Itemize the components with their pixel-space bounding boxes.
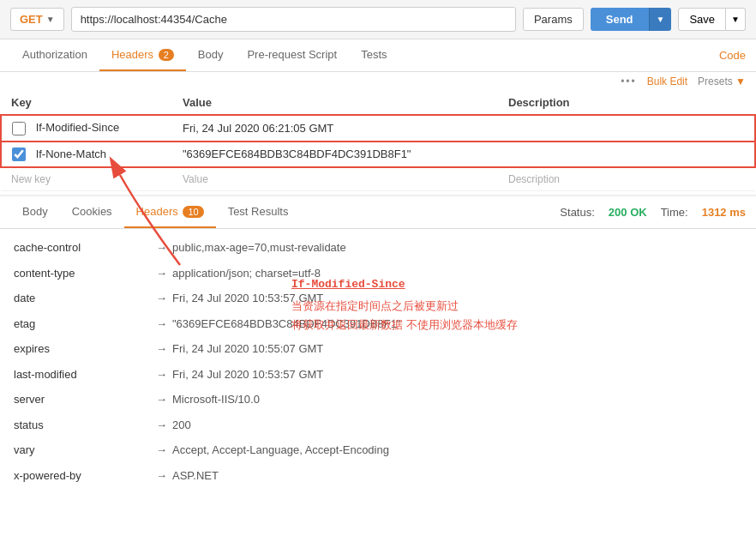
top-bar: GET ▼ Params Send ▼ Save ▼ (0, 0, 756, 39)
send-chevron-button[interactable]: ▼ (649, 8, 672, 31)
request-tabs: Authorization Headers 2 Body Pre-request… (0, 39, 756, 72)
res-tab-body[interactable]: Body (10, 196, 60, 228)
res-header-cache-control: cache-control → public,max-age=70,must-r… (14, 239, 742, 256)
save-button-group: Save ▼ (678, 8, 746, 31)
res-header-expires: expires → Fri, 24 Jul 2020 10:55:07 GMT (14, 340, 742, 358)
time-label: Time: (661, 206, 688, 219)
row2-value-cell: "6369EFCE684BDB3C84BDF4DC391DB8F1" (172, 142, 498, 168)
bulk-edit-button[interactable]: Bulk Edit (647, 75, 687, 87)
res-tab-headers[interactable]: Headers 10 (124, 196, 216, 228)
tab-headers[interactable]: Headers 2 (99, 39, 186, 71)
res-tab-test-results[interactable]: Test Results (216, 196, 301, 228)
code-link[interactable]: Code (719, 49, 746, 62)
save-button[interactable]: Save (678, 8, 726, 31)
res-tab-cookies[interactable]: Cookies (60, 196, 124, 228)
tab-tests[interactable]: Tests (349, 39, 399, 71)
res-header-x-powered-by: x-powered-by → ASP.NET (14, 467, 742, 485)
status-bar: Status: 200 OK Time: 1312 ms (560, 206, 746, 219)
time-value: 1312 ms (702, 206, 746, 219)
description-column-header: Description (498, 91, 755, 115)
status-label: Status: (560, 206, 594, 219)
res-headers-badge: 10 (183, 206, 203, 218)
new-desc-cell[interactable]: Description (498, 167, 755, 191)
method-selector[interactable]: GET ▼ (10, 8, 64, 31)
headers-section: ••• Bulk Edit Presets ▼ Key Value Descri… (0, 72, 756, 191)
new-key-cell[interactable]: New key (1, 167, 172, 191)
row1-value-cell: Fri, 24 Jul 2020 06:21:05 GMT (172, 115, 498, 142)
row2-key-cell: If-None-Match (1, 142, 172, 168)
response-tabs-bar: Body Cookies Headers 10 Test Results Sta… (0, 196, 756, 229)
new-value-cell[interactable]: Value (172, 167, 498, 191)
callout-key-label: If-Modified-Since (291, 278, 405, 291)
params-button[interactable]: Params (523, 8, 584, 31)
row1-desc-cell (498, 115, 755, 142)
key-column-header: Key (1, 91, 172, 115)
callout-description: 当资源在指定时间点之后被更新过 将获取并返回最新数据 不使用浏览器本地缓存 (291, 297, 518, 334)
row2-checkbox[interactable] (12, 148, 26, 161)
method-chevron-icon: ▼ (46, 15, 55, 24)
headers-badge: 2 (159, 49, 174, 61)
res-header-server: server → Microsoft-IIS/10.0 (14, 391, 742, 408)
url-input[interactable] (71, 7, 516, 32)
row1-checkbox[interactable] (12, 122, 26, 136)
send-button[interactable]: Send (591, 8, 649, 31)
presets-button[interactable]: Presets ▼ (698, 75, 746, 87)
response-section: Body Cookies Headers 10 Test Results Sta… (0, 195, 756, 484)
value-column-header: Value (172, 91, 498, 115)
method-label: GET (20, 13, 43, 26)
response-headers-content: cache-control → public,max-age=70,must-r… (0, 229, 756, 484)
tab-authorization[interactable]: Authorization (10, 39, 99, 71)
row1-key-cell: If-Modified-Since (1, 115, 172, 142)
status-value: 200 OK (609, 206, 647, 219)
new-key-row: New key Value Description (1, 167, 755, 191)
res-header-last-modified: last-modified → Fri, 24 Jul 2020 10:53:5… (14, 366, 742, 383)
send-button-group: Send ▼ (591, 8, 672, 31)
res-header-vary: vary → Accept, Accept-Language, Accept-E… (14, 442, 742, 459)
save-chevron-button[interactable]: ▼ (726, 8, 746, 31)
row2-desc-cell (498, 142, 755, 168)
res-header-status: status → 200 (14, 417, 742, 434)
headers-table: Key Value Description If-Modified-Since … (0, 91, 756, 191)
table-row: If-None-Match "6369EFCE684BDB3C84BDF4DC3… (1, 142, 755, 168)
table-header-row: Key Value Description (1, 91, 755, 115)
tab-body[interactable]: Body (186, 39, 236, 71)
more-options-icon[interactable]: ••• (621, 75, 637, 87)
header-tools: ••• Bulk Edit Presets ▼ (0, 72, 756, 91)
table-row: If-Modified-Since Fri, 24 Jul 2020 06:21… (1, 115, 755, 142)
tab-prerequest-script[interactable]: Pre-request Script (235, 39, 349, 71)
